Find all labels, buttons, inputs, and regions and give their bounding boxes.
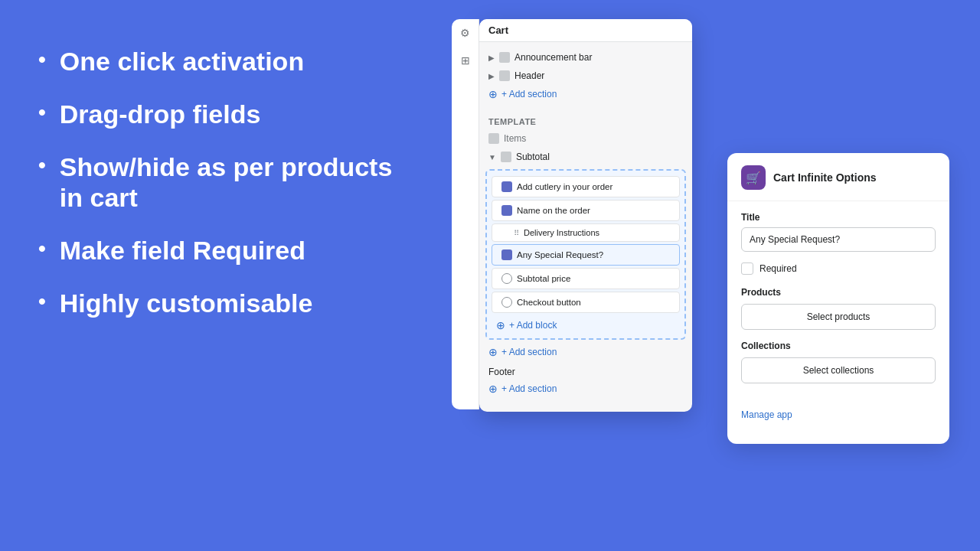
chevron-down-icon: ▼ <box>488 153 496 161</box>
subtotal-icon <box>501 152 511 162</box>
select-products-button[interactable]: Select products <box>741 304 936 330</box>
plus-icon-block: ⊕ <box>496 319 505 331</box>
add-block-button[interactable]: ⊕ + Add block <box>487 315 566 335</box>
purple-checkbox-icon-1 <box>501 181 512 192</box>
panel-header: 🛒 Cart Infinite Options <box>727 153 949 201</box>
header-item[interactable]: ▶ Header <box>479 67 692 85</box>
block-name-on-order-label: Name on the order <box>517 206 590 215</box>
bullet-dot-4: • <box>38 236 46 261</box>
app-name: Cart Infinite Options <box>773 171 877 184</box>
required-row: Required <box>741 262 936 275</box>
bullet-text-5: Highly customisable <box>60 288 313 319</box>
block-delivery-instructions-label: Delivery Instructions <box>524 228 599 237</box>
bullet-item-5: • Highly customisable <box>38 288 406 319</box>
drag-handle-icon: ⠿ <box>514 229 519 237</box>
blocks-area: Add cutlery in your order Name on the or… <box>485 169 686 340</box>
add-section-top-label: + Add section <box>501 89 557 99</box>
chevron-right-icon-2: ▶ <box>488 72 495 80</box>
subtotal-label: Subtotal <box>516 152 550 162</box>
template-label: Template <box>479 109 692 129</box>
block-add-cutlery-label: Add cutlery in your order <box>517 182 612 191</box>
purple-checkbox-icon-2 <box>501 205 512 216</box>
bullet-text-1: One click activation <box>60 46 304 77</box>
items-row[interactable]: Items <box>479 129 692 148</box>
block-delivery-instructions[interactable]: ⠿ Delivery Instructions <box>492 223 680 242</box>
add-section-footer-label: + Add section <box>501 383 557 394</box>
section-list: ▶ Announcement bar ▶ Header ⊕ + Add sect… <box>479 42 692 109</box>
grid-icon[interactable]: ⊞ <box>458 53 473 68</box>
title-field-label: Title <box>741 212 936 223</box>
chevron-right-icon: ▶ <box>488 54 495 62</box>
items-label: Items <box>504 133 526 144</box>
block-special-request-label: Any Special Request? <box>517 250 603 259</box>
bullet-dot-5: • <box>38 289 46 314</box>
add-section-top-button[interactable]: ⊕ + Add section <box>488 88 557 100</box>
add-section-mid-button[interactable]: ⊕ + Add section <box>488 346 557 358</box>
footer-section: Footer <box>479 363 692 381</box>
cart-header: Cart <box>479 19 692 42</box>
products-label: Products <box>741 287 936 298</box>
bullet-text-4: Make field Required <box>60 235 305 266</box>
gear-icon[interactable]: ⚙ <box>458 25 473 41</box>
app-icon-emoji: 🛒 <box>746 171 761 185</box>
add-section-footer-button[interactable]: ⊕ + Add section <box>488 383 557 395</box>
bullet-dot-1: • <box>38 47 46 72</box>
bullet-dot-2: • <box>38 100 46 125</box>
required-label: Required <box>760 263 797 274</box>
subtotal-section[interactable]: ▼ Subtotal <box>479 148 692 166</box>
plus-icon-top: ⊕ <box>488 88 498 100</box>
select-collections-button[interactable]: Select collections <box>741 357 936 383</box>
block-name-on-order[interactable]: Name on the order <box>492 200 680 221</box>
panel-body: Title Required Products Select products … <box>727 201 949 405</box>
refresh-icon-1 <box>501 273 512 284</box>
shopify-sidebar: ⚙ ⊞ <box>452 19 479 409</box>
plus-icon-mid: ⊕ <box>488 346 498 358</box>
bullet-text-3: Show/hide as per products in cart <box>60 152 406 214</box>
required-checkbox[interactable] <box>741 262 753 275</box>
cart-options-panel: 🛒 Cart Infinite Options Title Required P… <box>727 153 949 444</box>
collections-label: Collections <box>741 341 936 351</box>
manage-app-link[interactable]: Manage app <box>727 409 806 420</box>
app-icon: 🛒 <box>741 165 766 190</box>
title-input[interactable] <box>741 227 936 252</box>
header-label: Header <box>514 70 544 81</box>
plus-icon-footer: ⊕ <box>488 383 498 395</box>
announcement-bar-item[interactable]: ▶ Announcement bar <box>479 48 692 67</box>
announcement-bar-label: Announcement bar <box>514 52 592 63</box>
block-subtotal-price-label: Subtotal price <box>517 274 570 283</box>
bullet-item-4: • Make field Required <box>38 235 406 266</box>
refresh-icon-2 <box>501 297 512 308</box>
block-add-cutlery[interactable]: Add cutlery in your order <box>492 176 680 197</box>
items-icon <box>488 133 499 144</box>
block-checkout-button-label: Checkout button <box>517 298 581 307</box>
bullet-text-2: Drag-drop fields <box>60 99 261 130</box>
add-block-label: + Add block <box>509 320 557 331</box>
left-panel: • One click activation • Drag-drop field… <box>38 46 406 341</box>
bullet-dot-3: • <box>38 153 46 178</box>
shopify-theme-panel: Cart ▶ Announcement bar ▶ Header ⊕ + Add… <box>479 19 692 412</box>
bullet-item-2: • Drag-drop fields <box>38 99 406 130</box>
block-special-request[interactable]: Any Special Request? <box>492 244 680 266</box>
purple-checkbox-icon-3 <box>501 249 512 260</box>
block-subtotal-price[interactable]: Subtotal price <box>492 268 680 289</box>
bullet-item-1: • One click activation <box>38 46 406 77</box>
bullet-item-3: • Show/hide as per products in cart <box>38 152 406 214</box>
section-icon-announcement <box>499 52 510 63</box>
block-checkout-button[interactable]: Checkout button <box>492 292 680 313</box>
section-icon-header <box>499 70 510 81</box>
add-section-mid-label: + Add section <box>501 347 557 357</box>
